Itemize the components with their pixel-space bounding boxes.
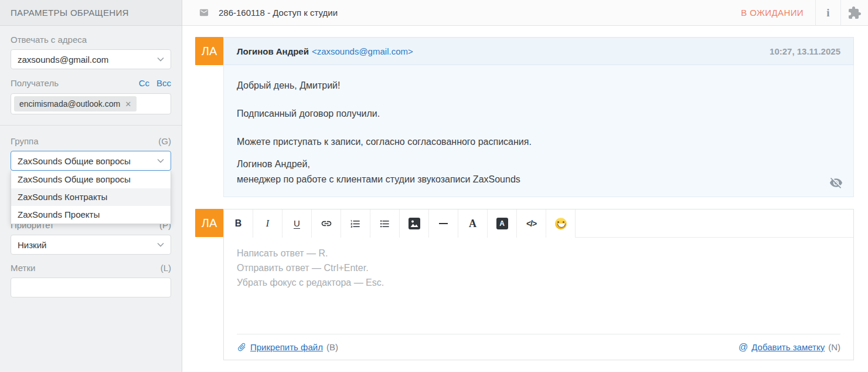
emoji-icon (555, 218, 567, 229)
code-icon: </> (526, 219, 536, 228)
message-card: Логинов Андрей <zaxsounds@gmail.com> 10:… (223, 37, 854, 197)
chip-remove-icon[interactable]: ✕ (125, 100, 131, 109)
status-badge[interactable]: В ОЖИДАНИИ (741, 8, 804, 18)
eye-off-icon (829, 176, 843, 190)
priority-select[interactable]: Низкий (11, 235, 171, 255)
background-color-button[interactable]: A (488, 209, 517, 238)
font-color-icon: A (469, 218, 476, 230)
ticket-title: 286-160118 - Доступ к студии (219, 8, 338, 18)
thread-content: ЛА Логинов Андрей <zaxsounds@gmail.com> … (182, 26, 868, 360)
message-paragraph: Добрый день, Дмитрий! (237, 78, 840, 93)
group-select[interactable]: ZaxSounds Общие вопросы (11, 151, 171, 171)
priority-value: Низкий (18, 240, 46, 250)
ticket-params-sidebar: ПАРАМЕТРЫ ОБРАЩЕНИЯ Отвечать с адреса za… (0, 0, 182, 372)
message-author: Логинов Андрей (237, 46, 309, 56)
chevron-down-icon (157, 242, 164, 247)
link-icon (321, 218, 332, 229)
info-icon: i (826, 6, 829, 19)
image-icon (409, 218, 420, 229)
group-option[interactable]: ZaxSounds Контракты (11, 188, 171, 206)
add-note-control: @ Добавить заметку (N) (738, 342, 840, 353)
add-note-link[interactable]: Добавить заметку (751, 342, 825, 352)
info-button[interactable]: i (816, 0, 840, 26)
add-note-hotkey: (N) (828, 342, 840, 352)
group-value: ZaxSounds Общие вопросы (18, 156, 131, 166)
italic-button[interactable]: I (253, 209, 282, 238)
labels-input[interactable] (11, 278, 171, 297)
cc-link[interactable]: Сс (139, 78, 149, 88)
link-button[interactable] (312, 209, 341, 238)
hide-quote-button[interactable] (829, 176, 843, 192)
recipient-chip: encimismada@outlook.com ✕ (14, 96, 137, 111)
avatar: ЛА (195, 209, 223, 237)
message-paragraph: Можете приступать к записи, согласно сог… (237, 134, 840, 150)
group-field: ZaxSounds Общие вопросы ZaxSounds Общие … (11, 151, 171, 171)
sidebar-divider (0, 125, 182, 126)
italic-icon: I (266, 218, 269, 229)
main-panel: 286-160118 - Доступ к студии В ОЖИДАНИИ … (182, 0, 868, 372)
reply-textarea[interactable]: Написать ответ — R. Отправить ответ — Ct… (224, 238, 853, 334)
reply-from-value: zaxsounds@gmail.com (18, 55, 108, 65)
message-header: Логинов Андрей <zaxsounds@gmail.com> 10:… (223, 37, 854, 65)
insert-image-button[interactable] (400, 209, 429, 238)
topbar: 286-160118 - Доступ к студии В ОЖИДАНИИ … (182, 0, 868, 26)
editor-placeholder-line: Убрать фокус с редактора — Esc. (237, 275, 840, 290)
message-row: ЛА Логинов Андрей <zaxsounds@gmail.com> … (195, 37, 854, 197)
message-body: Добрый день, Дмитрий! Подписанный догово… (223, 65, 854, 197)
message-timestamp: 10:27, 13.11.2025 (770, 46, 840, 56)
ordered-list-icon (350, 218, 361, 229)
sidebar-body: Отвечать с адреса zaxsounds@gmail.com По… (0, 35, 182, 297)
chevron-down-icon (157, 158, 164, 163)
recipient-label: Получатель (11, 79, 59, 88)
background-color-icon: A (496, 218, 508, 229)
ticket-page: ПАРАМЕТРЫ ОБРАЩЕНИЯ Отвечать с адреса za… (0, 0, 868, 372)
horizontal-rule-button[interactable] (429, 209, 458, 238)
bold-icon: B (235, 218, 242, 229)
message-signature-line: Логинов Андрей, (237, 157, 840, 172)
puzzle-icon (847, 6, 862, 20)
attach-file-link[interactable]: Прикрепить файл (250, 342, 323, 352)
toolbar-filler (576, 209, 853, 238)
code-button[interactable]: </> (517, 209, 546, 238)
reply-editor-row: ЛА B I U (195, 209, 854, 360)
sidebar-title: ПАРАМЕТРЫ ОБРАЩЕНИЯ (0, 0, 182, 26)
underline-button[interactable]: U (282, 209, 312, 238)
bold-button[interactable]: B (224, 209, 253, 238)
labels-hotkey: (L) (161, 263, 171, 273)
bullet-list-button[interactable] (370, 209, 400, 238)
editor-toolbar: B I U (224, 209, 853, 238)
horizontal-rule-icon (439, 223, 448, 224)
attach-file-control: Прикрепить файл (B) (237, 342, 338, 352)
ordered-list-button[interactable] (341, 209, 370, 238)
avatar: ЛА (195, 37, 223, 65)
labels-label: Метки (11, 263, 35, 273)
message-paragraph: Подписанный договор получили. (237, 106, 840, 121)
paperclip-icon (234, 340, 249, 354)
chevron-down-icon (157, 57, 164, 62)
group-hotkey: (G) (158, 136, 171, 146)
group-label: Группа (11, 137, 39, 146)
recipient-input[interactable]: encimismada@outlook.com ✕ (11, 93, 171, 114)
reply-editor: B I U (223, 209, 854, 360)
bullet-list-icon (379, 218, 390, 229)
reply-from-label: Отвечать с адреса (11, 35, 171, 45)
bcc-link[interactable]: Всс (156, 78, 171, 88)
message-author-email[interactable]: <zaxsounds@gmail.com> (312, 46, 413, 56)
group-option[interactable]: ZaxSounds Проекты (11, 206, 171, 224)
attach-file-hotkey: (B) (326, 342, 338, 352)
editor-footer: Прикрепить файл (B) @ Добавить заметку (… (237, 334, 840, 360)
editor-placeholder-line: Написать ответ — R. (237, 246, 840, 261)
reply-from-select[interactable]: zaxsounds@gmail.com (11, 49, 171, 69)
group-dropdown: ZaxSounds Общие вопросы ZaxSounds Контра… (11, 171, 171, 224)
message-signature-line: менеджер по работе с клиентами студии зв… (237, 172, 840, 187)
at-icon: @ (738, 342, 748, 353)
recipient-chip-text: encimismada@outlook.com (19, 99, 120, 109)
underline-icon: U (294, 218, 300, 229)
editor-placeholder-line: Отправить ответ — Ctrl+Enter. (237, 261, 840, 275)
plugins-button[interactable] (841, 0, 868, 26)
envelope-icon (198, 8, 210, 18)
group-option[interactable]: ZaxSounds Общие вопросы (11, 171, 171, 188)
font-color-button[interactable]: A (458, 209, 488, 238)
emoji-button[interactable] (546, 209, 576, 238)
